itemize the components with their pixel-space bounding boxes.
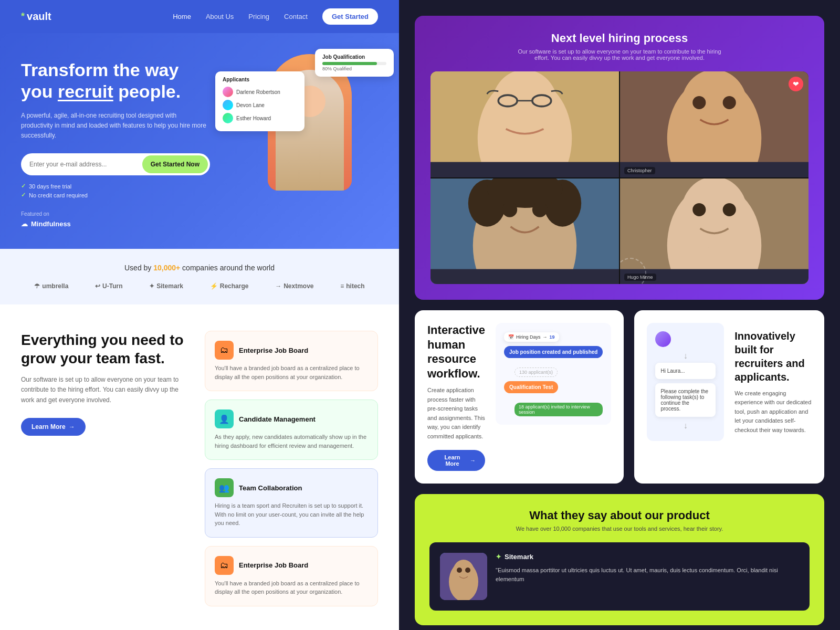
workflow-desc: Create application process faster with p… bbox=[427, 386, 485, 442]
brand-sitemark: ✦ Sitemark bbox=[149, 282, 183, 290]
svg-point-21 bbox=[532, 202, 548, 217]
svg-point-20 bbox=[502, 202, 517, 217]
workflow-nodes: Job position created and published 130 a… bbox=[504, 346, 603, 416]
qual-bar-bg bbox=[322, 62, 386, 65]
testimonial-subtitle: We have over 10,000 companies that use o… bbox=[429, 526, 810, 532]
qual-pct: 80% Qualified bbox=[322, 66, 386, 71]
uturn-icon: ↩ bbox=[95, 282, 100, 290]
features-learn-more-button[interactable]: Learn More → bbox=[21, 418, 86, 436]
hero-email-input[interactable] bbox=[29, 161, 142, 168]
feature-card-enterprise: 🗂 Enterprise Job Board You'll have a bra… bbox=[205, 331, 378, 391]
hero-title-line2: you recruit people. bbox=[21, 81, 181, 101]
features-left: Everything you need to grow your team fa… bbox=[21, 331, 189, 606]
svg-point-2 bbox=[492, 71, 558, 141]
nav-pricing[interactable]: Pricing bbox=[248, 13, 269, 20]
brand-nextmove: → Nextmove bbox=[275, 282, 313, 290]
features-title: Everything you need to grow your team fa… bbox=[21, 331, 189, 368]
video-label-2: Christopher bbox=[624, 167, 655, 174]
testimonial-section: What they say about our product We have … bbox=[415, 494, 824, 625]
applicant-row-1: Darlene Robertson bbox=[223, 87, 297, 97]
svg-point-11 bbox=[692, 96, 706, 109]
svg-point-26 bbox=[692, 203, 706, 216]
hero-illustration: Job Qualification 80% Qualified Applican… bbox=[215, 49, 394, 142]
feature-card-header-3: 👥 Team Collaboration bbox=[215, 478, 368, 497]
applicant-row-2: Devon Lane bbox=[223, 100, 297, 110]
video-section: Next level hiring process Our software i… bbox=[415, 16, 824, 300]
hero-cta-button[interactable]: Get Started Now bbox=[142, 155, 208, 173]
testimonial-quote: "Euismod massa porttitor ut ultricies qu… bbox=[496, 566, 799, 584]
hero-section: Transform the way you recruit people. A … bbox=[0, 33, 399, 249]
testimonial-brand-name: Sitemark bbox=[505, 553, 533, 561]
nav-about[interactable]: About Us bbox=[206, 13, 234, 20]
feature-icon-enterprise-2: 🗂 bbox=[215, 556, 234, 575]
features-desc: Our software is set up to allow everyone… bbox=[21, 375, 189, 405]
innovative-section: ↓ Hi Laura... Please complete the follow… bbox=[647, 323, 812, 441]
nav-cta-button[interactable]: Get Started bbox=[322, 8, 378, 25]
feature-title-candidate: Candidate Management bbox=[239, 415, 316, 423]
applicant-row-3: Esther Howard bbox=[223, 113, 297, 123]
svg-point-12 bbox=[723, 96, 736, 109]
chat-arrow-down-2: ↓ bbox=[655, 421, 716, 430]
testimonial-brand-star: ✦ bbox=[496, 553, 501, 561]
svg-point-31 bbox=[453, 560, 474, 583]
svg-point-33 bbox=[465, 568, 470, 573]
applicant-avatar-2 bbox=[223, 100, 233, 110]
workflow-text: Interactive human resource workflow. Cre… bbox=[427, 323, 485, 471]
nav-contact[interactable]: Contact bbox=[284, 13, 308, 20]
hero-check-trial: ✓ 30 days free trial bbox=[21, 183, 210, 190]
right-panel: Next level hiring process Our software i… bbox=[399, 0, 840, 630]
recharge-icon: ⚡ bbox=[210, 282, 218, 290]
svg-point-10 bbox=[681, 71, 748, 141]
workflow-title: Interactive human resource workflow. bbox=[427, 323, 485, 381]
brand-hitech: ≡ hitech bbox=[340, 282, 364, 290]
workflow-section: Interactive human resource workflow. Cre… bbox=[427, 323, 611, 471]
nextmove-icon: → bbox=[275, 282, 281, 290]
brands-count: 10,000+ bbox=[153, 264, 180, 272]
features-layout: Everything you need to grow your team fa… bbox=[21, 331, 378, 606]
svg-point-25 bbox=[681, 178, 748, 248]
wnode-label-1: Job position created and published bbox=[504, 346, 603, 358]
check-icon-1: ✓ bbox=[21, 183, 26, 190]
calendar-icon: 📅 bbox=[508, 334, 514, 340]
hero-recruit: recruit bbox=[58, 81, 113, 101]
workflow-diagram: 📅 Hiring Days → 19 Job position created … bbox=[496, 323, 611, 425]
feature-icon-enterprise: 🗂 bbox=[215, 341, 234, 360]
brands-section: Used by 10,000+ companies around the wor… bbox=[0, 249, 399, 304]
chat-mockup: ↓ Hi Laura... Please complete the follow… bbox=[647, 323, 724, 441]
hiring-days-badge: 📅 Hiring Days → 19 bbox=[504, 332, 559, 342]
applicant-name-1: Darlene Robertson bbox=[236, 89, 280, 95]
hero-title: Transform the way you recruit people. bbox=[21, 59, 210, 102]
navbar: * vault Home About Us Pricing Contact Ge… bbox=[0, 0, 399, 33]
qual-bar bbox=[322, 62, 377, 65]
svg-point-32 bbox=[457, 568, 462, 573]
testimonial-content: ✦ Sitemark "Euismod massa porttitor ut u… bbox=[496, 553, 799, 600]
applicant-name-2: Devon Lane bbox=[236, 102, 265, 108]
workflow-learn-more-button[interactable]: Learn More → bbox=[427, 450, 485, 471]
workflow-arrow-icon: → bbox=[470, 457, 476, 464]
hero-subtitle: A powerful, agile, all-in-one recruiting… bbox=[21, 111, 210, 141]
testimonial-card: ✦ Sitemark "Euismod massa porttitor ut u… bbox=[429, 542, 810, 611]
chat-avatar bbox=[655, 331, 671, 347]
chat-bubble-message: Please complete the following task(s) to… bbox=[655, 383, 716, 417]
svg-rect-22 bbox=[430, 269, 619, 284]
featured-brand: ☁ Mindfulness bbox=[21, 220, 210, 228]
feature-card-header-1: 🗂 Enterprise Job Board bbox=[215, 341, 368, 360]
featured-label: Featured on bbox=[21, 211, 210, 217]
workflow-node-3: Qualification Test bbox=[504, 381, 603, 393]
wnode-label-3: Qualification Test bbox=[504, 381, 558, 393]
feature-title-team: Team Collaboration bbox=[239, 484, 302, 492]
video-grid: Christopher ❤ bbox=[430, 71, 808, 284]
nav-home[interactable]: Home bbox=[173, 13, 191, 20]
brands-title: Used by 10,000+ companies around the wor… bbox=[21, 264, 378, 272]
arrow-right-icon: → bbox=[69, 423, 75, 430]
wnode-green-label: 18 applicant(s) invited to interview ses… bbox=[514, 403, 603, 416]
feature-desc-candidate: As they apply, new candidates automatica… bbox=[215, 433, 368, 450]
video-section-subtitle: Our software is set up to allow everyone… bbox=[514, 48, 724, 61]
feature-card-team: 👥 Team Collaboration Hiring is a team sp… bbox=[205, 468, 378, 538]
applicant-avatar-1 bbox=[223, 87, 233, 97]
sitemark-icon: ✦ bbox=[149, 282, 154, 290]
feature-card-enterprise-2: 🗂 Enterprise Job Board You'll have a bra… bbox=[205, 546, 378, 606]
workflow-container: Interactive human resource workflow. Cre… bbox=[415, 310, 624, 484]
umbrella-icon: ☂ bbox=[34, 282, 40, 290]
video-cell-1 bbox=[430, 71, 619, 177]
